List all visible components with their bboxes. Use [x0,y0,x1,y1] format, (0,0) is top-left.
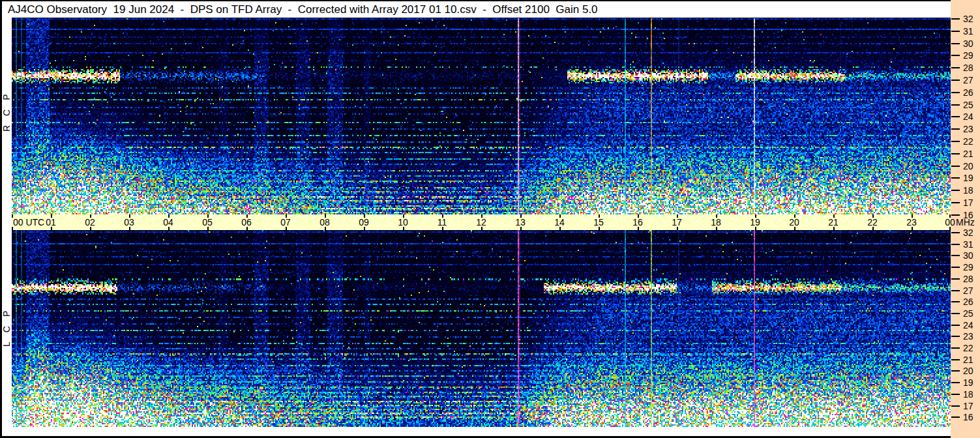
time-tick-label: 12 [468,217,494,227]
freq-tick [951,382,960,383]
freq-tick-label: 29 [963,50,977,61]
freq-tick [951,336,960,337]
time-tick [246,214,248,218]
time-tick-label: 10 [390,217,416,227]
freq-tick-label: 24 [963,320,977,330]
freq-tick-label: 26 [963,297,977,307]
title-bar: AJ4CO Observatory 19 Jun 2024 - DPS on T… [2,1,951,18]
time-tick [90,227,91,230]
freq-tick [951,166,960,167]
time-tick [716,214,717,218]
freq-tick-label: 28 [963,63,977,73]
freq-tick-label: 21 [963,149,977,159]
time-tick [833,227,835,230]
time-tick-label: 17 [664,217,690,227]
freq-tick [951,92,960,93]
freq-tick-label: 18 [963,185,977,196]
freq-tick [951,313,960,314]
time-tick [559,214,561,218]
time-tick-label: 01 [38,217,64,227]
time-tick [12,227,13,230]
time-tick-label: 15 [586,217,612,227]
time-tick [599,214,600,218]
time-tick [364,214,365,218]
time-tick [638,214,639,218]
time-tick [364,227,365,230]
time-tick-label: 03 [116,217,142,227]
time-tick [872,227,874,230]
freq-tick-label: 20 [963,161,977,171]
freq-tick-label: 31 [963,26,977,36]
time-tick [286,214,287,218]
time-tick-label: 09 [351,217,377,227]
time-tick-label: 02 [77,217,103,227]
freq-tick [951,104,960,106]
freq-tick [951,347,960,349]
freq-tick [951,405,960,407]
freq-tick [951,290,960,291]
freq-tick-label: 23 [963,331,977,342]
freq-tick-label: 25 [963,100,977,110]
freq-tick-label: 21 [963,355,977,365]
freq-tick-label: 30 [963,38,977,49]
time-tick-label: 06 [233,217,260,227]
time-tick [325,227,326,230]
time-tick [286,227,287,230]
freq-tick-label: 17 [963,401,977,411]
time-tick [872,214,874,218]
time-tick-label: 16 [625,217,651,227]
time-tick-label: 14 [546,217,572,227]
time-tick-label: 23 [898,217,925,227]
time-tick [755,214,756,218]
time-tick [442,214,443,218]
freq-tick [951,31,960,32]
time-tick [481,214,483,218]
time-tick [51,214,52,218]
time-tick [168,227,170,230]
time-tick [949,227,951,230]
time-tick-label: 07 [273,217,299,227]
time-tick [442,227,443,230]
time-tick-label: 20 [781,217,807,227]
time-tick-label: 19 [742,217,768,227]
freq-tick [951,267,960,268]
freq-tick-label: 26 [963,87,977,98]
time-tick [246,227,248,230]
time-tick [325,214,326,218]
freq-tick [951,301,960,302]
freq-tick [951,202,960,203]
freq-tick [951,325,960,326]
time-tick [12,214,13,218]
freq-tick [951,244,960,245]
freq-tick-label: 19 [963,173,977,183]
time-tick [520,227,522,230]
freq-tick [951,190,960,191]
freq-tick-label: 23 [963,124,977,134]
time-tick [716,227,717,230]
time-tick [481,227,483,230]
freq-tick-label: 24 [963,111,977,122]
time-tick [949,214,951,218]
freq-tick [951,43,960,44]
freq-tick-label: 19 [963,377,977,388]
freq-tick-label: 25 [963,308,977,319]
time-tick [677,214,678,218]
freq-tick-label: 31 [963,239,977,250]
freq-tick-label: 27 [963,285,977,296]
lcp-polarization-label: LCP [1,289,12,347]
freq-tick-label: 32 [963,14,977,24]
freq-tick [951,67,960,68]
time-tick-label: 04 [155,217,181,227]
freq-tick-label: 22 [963,136,977,147]
freq-tick-label: 16 [963,210,977,220]
freq-tick [951,141,960,142]
time-tick-label: 22 [859,217,885,227]
freq-tick-label: 22 [963,343,977,353]
freq-tick [951,370,960,372]
bottom-margin [2,427,951,436]
freq-tick [951,416,960,418]
time-axis: 00 UTC0102030405060708091011121314151617… [12,214,951,230]
time-tick [599,227,600,230]
time-tick-label: 05 [194,217,220,227]
rcp-spectrogram [12,18,951,214]
